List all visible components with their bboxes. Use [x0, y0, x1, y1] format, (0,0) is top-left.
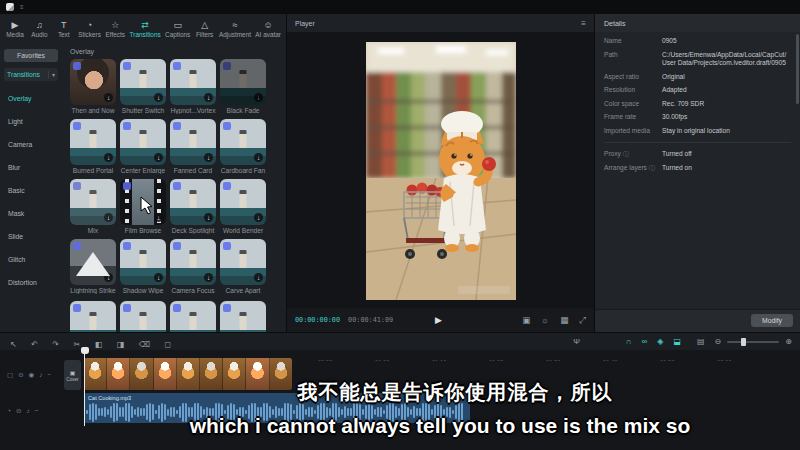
transition-thumbnail[interactable]: ↓	[170, 179, 216, 225]
transition-tile[interactable]: ↓ Center Enlarge	[120, 119, 166, 179]
download-icon[interactable]: ↓	[154, 93, 163, 102]
zoom-out-icon[interactable]: ⊖	[715, 337, 722, 347]
category-item[interactable]: Glitch	[0, 248, 62, 271]
category-item[interactable]: Light	[0, 110, 62, 133]
transition-thumbnail[interactable]: ↓	[220, 239, 266, 285]
toolbar-item[interactable]: ▭ Captions	[165, 20, 190, 38]
timeline-tool-icon[interactable]: ↶	[31, 340, 38, 349]
track-header-icon[interactable]: ♪	[26, 406, 29, 416]
transition-thumbnail[interactable]: ↓	[220, 59, 266, 105]
timeline-tool-icon[interactable]: ◨	[117, 340, 125, 349]
track-header-icon[interactable]: ♪	[39, 370, 42, 380]
toolbar-item[interactable]: ◔ Stickers	[78, 20, 101, 38]
track-header-icon[interactable]: ▢	[7, 370, 13, 380]
timeline-toggle-icon[interactable]: ∩	[626, 337, 632, 347]
player-control-icon[interactable]: ⤢	[579, 315, 586, 326]
category-item[interactable]: Overlay	[0, 87, 62, 110]
toolbar-item[interactable]: ⇄ Transitions	[130, 20, 161, 38]
transition-tile[interactable]: ↓ Shadow Wipe	[120, 239, 166, 299]
category-item[interactable]: Blur	[0, 156, 62, 179]
transition-tile[interactable]: ↓ Cardboard Fan	[220, 119, 266, 179]
download-icon[interactable]: ↓	[254, 93, 263, 102]
transition-thumbnail[interactable]: ↓	[70, 239, 116, 285]
toolbar-item[interactable]: ≈ Adjustment	[219, 20, 251, 38]
zoom-slider-thumb[interactable]	[741, 338, 746, 346]
transition-tile[interactable]: ↓ Burned Portal	[70, 119, 116, 179]
transition-thumbnail[interactable]: ↓	[120, 59, 166, 105]
transition-thumbnail[interactable]: ↓	[70, 119, 116, 165]
download-icon[interactable]: ↓	[254, 273, 263, 282]
timeline-toggle-icon[interactable]: ◈	[657, 337, 663, 347]
download-icon[interactable]: ↓	[254, 153, 263, 162]
download-icon[interactable]: ↓	[104, 273, 113, 282]
transition-tile[interactable]: ↓ Camera Focus	[170, 239, 216, 299]
category-item[interactable]: Camera	[0, 133, 62, 156]
transition-thumbnail[interactable]	[170, 301, 216, 332]
transition-thumbnail[interactable]	[70, 301, 116, 332]
track-header-icon[interactable]: ◔	[7, 406, 11, 416]
download-icon[interactable]: ↓	[254, 213, 263, 222]
player-menu-icon[interactable]: ≡	[581, 19, 586, 28]
transition-thumbnail[interactable]	[220, 301, 266, 332]
video-preview[interactable]	[366, 42, 516, 300]
transition-tile[interactable]	[120, 301, 166, 332]
category-item[interactable]: Slide	[0, 225, 62, 248]
download-icon[interactable]: ↓	[154, 153, 163, 162]
timeline-tool-icon[interactable]: ◻	[164, 340, 171, 349]
modify-button[interactable]: Modify	[751, 314, 793, 327]
transition-thumbnail[interactable]: ↓	[70, 179, 116, 225]
category-item[interactable]: Basic	[0, 179, 62, 202]
video-clip[interactable]	[84, 358, 292, 390]
timeline-toggle-icon[interactable]: ∞	[642, 337, 648, 347]
transition-thumbnail[interactable]: ↓	[220, 179, 266, 225]
transition-tile[interactable]	[220, 301, 266, 332]
chevron-down-icon[interactable]: ▾	[48, 71, 55, 78]
transition-tile[interactable]: ↓ Mix	[70, 179, 116, 239]
download-icon[interactable]: ↓	[154, 213, 163, 222]
toolbar-item[interactable]: ☺ AI avatar	[255, 20, 281, 38]
favorites-button[interactable]: Favorites	[4, 49, 58, 62]
transition-tile[interactable]: ↓ Black Fade	[220, 59, 266, 119]
cover-button[interactable]: ▣ Cover	[64, 360, 81, 390]
download-icon[interactable]: ↓	[104, 153, 113, 162]
toolbar-item[interactable]: △ Filters	[195, 20, 215, 38]
transition-thumbnail[interactable]	[120, 301, 166, 332]
download-icon[interactable]: ↓	[104, 213, 113, 222]
preview-quality-icon[interactable]: ▤	[697, 337, 705, 347]
transition-thumbnail[interactable]: ↓	[120, 179, 166, 225]
transitions-panel-button[interactable]: Transitions ▾	[4, 68, 58, 81]
player-control-icon[interactable]: ☼	[541, 315, 549, 326]
player-control-icon[interactable]: ▦	[560, 315, 568, 326]
timeline-zoom-slider[interactable]	[727, 341, 779, 343]
download-icon[interactable]: ↓	[204, 213, 213, 222]
audio-clip[interactable]: Cat Cooking.mp3	[84, 393, 470, 423]
transition-thumbnail[interactable]: ↓	[170, 119, 216, 165]
toolbar-item[interactable]: ▶ Media	[5, 20, 25, 38]
download-icon[interactable]: ↓	[204, 273, 213, 282]
timeline-tool-icon[interactable]: ↷	[52, 340, 59, 349]
download-icon[interactable]: ↓	[154, 273, 163, 282]
timeline-tool-icon[interactable]: ⌫	[139, 340, 150, 349]
playhead[interactable]	[84, 350, 85, 426]
timeline-tool-icon[interactable]: ✂	[73, 340, 80, 349]
download-icon[interactable]: ↓	[104, 93, 113, 102]
transition-tile[interactable]: ↓ World Bender	[220, 179, 266, 239]
transition-thumbnail[interactable]: ↓	[170, 239, 216, 285]
record-voiceover-icon[interactable]: Ψ	[573, 337, 580, 346]
transition-thumbnail[interactable]: ↓	[120, 119, 166, 165]
timeline-tool-icon[interactable]: ◧	[95, 340, 103, 349]
info-icon[interactable]: ⓘ	[649, 165, 655, 171]
download-icon[interactable]: ↓	[204, 153, 213, 162]
toolbar-item[interactable]: ☆ Effects	[105, 20, 125, 38]
track-header-icon[interactable]: ⊙	[16, 406, 21, 416]
transition-tile[interactable]: ↓ Shutter Switch	[120, 59, 166, 119]
timeline-toggle-icon[interactable]: ⬓	[673, 337, 681, 347]
play-button[interactable]: ▶	[435, 315, 442, 325]
menu-icon[interactable]: ≡	[20, 4, 24, 10]
transition-tile[interactable]: ↓ Deck Spotlight	[170, 179, 216, 239]
transition-tile[interactable]	[170, 301, 216, 332]
transition-thumbnail[interactable]: ↓	[70, 59, 116, 105]
download-icon[interactable]: ↓	[204, 93, 213, 102]
toolbar-item[interactable]: T Text	[54, 20, 74, 38]
transition-tile[interactable]: ↓ Lightning Strike	[70, 239, 116, 299]
